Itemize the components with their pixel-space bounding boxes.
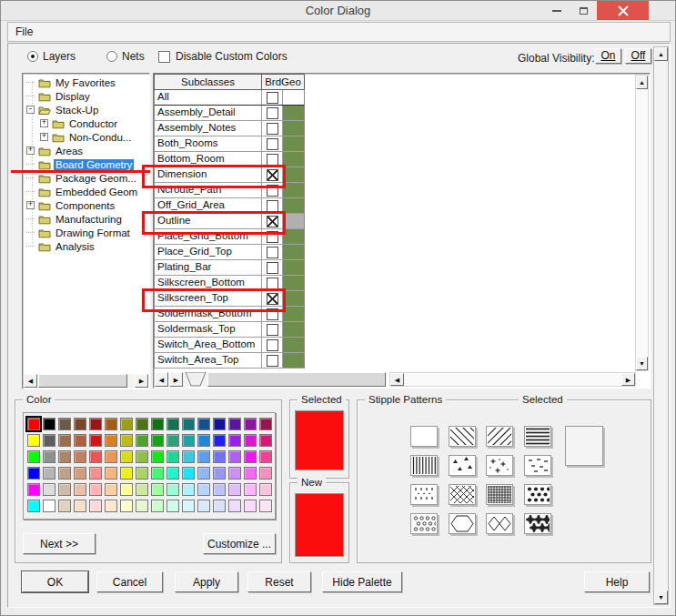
palette-swatch[interactable] [166, 418, 179, 430]
scroll-right-icon[interactable]: ▶ [621, 373, 635, 386]
palette-swatch[interactable] [182, 500, 195, 512]
color-chip[interactable] [283, 338, 304, 352]
palette-swatch[interactable] [89, 450, 102, 463]
color-chip[interactable] [283, 245, 304, 259]
palette-swatch[interactable] [120, 450, 133, 463]
color-chip[interactable] [283, 229, 304, 244]
palette-swatch[interactable] [105, 450, 117, 463]
palette-swatch[interactable] [166, 500, 179, 512]
plus-expander-icon[interactable]: + [25, 201, 36, 209]
minus-expander-icon[interactable]: - [25, 106, 36, 114]
palette-swatch[interactable] [43, 483, 55, 496]
scroll-left-icon[interactable]: ◀ [390, 373, 404, 386]
checkbox-unchecked-icon[interactable] [267, 107, 278, 119]
stipple-pattern-scattered-dashes[interactable] [524, 455, 551, 476]
palette-swatch[interactable] [259, 483, 272, 496]
palette-swatch[interactable] [58, 483, 71, 496]
scroll-left-icon[interactable]: ◀ [24, 374, 37, 388]
tree-item-drawing-format[interactable]: Drawing Format [25, 226, 147, 239]
stipple-pattern-dotted-columns[interactable] [410, 484, 438, 505]
checkbox-checked-icon[interactable] [267, 169, 278, 181]
stipple-pattern-diagonal-lines-up[interactable] [486, 426, 513, 447]
tree-item-manufacturing[interactable]: Manufacturing [25, 212, 147, 226]
palette-swatch[interactable] [27, 483, 40, 496]
color-chip[interactable] [283, 106, 304, 120]
palette-swatch[interactable] [259, 467, 272, 480]
layers-radio[interactable]: Layers [27, 50, 76, 63]
subclass-visibility-cell[interactable] [262, 198, 283, 213]
scroll-down-icon[interactable]: ▼ [654, 591, 668, 604]
plus-box-icon[interactable]: + [26, 201, 35, 209]
palette-swatch[interactable] [89, 500, 102, 512]
tree-item-display[interactable]: Display [25, 89, 147, 103]
palette-swatch[interactable] [58, 450, 71, 463]
palette-swatch[interactable] [228, 418, 241, 430]
checkbox-unchecked-icon[interactable] [267, 308, 278, 320]
tree-scrollbar-thumb[interactable] [38, 374, 127, 388]
subclass-visibility-cell[interactable] [262, 167, 283, 182]
color-chip[interactable] [283, 152, 304, 167]
stipple-pattern-scattered-plus[interactable] [486, 455, 513, 476]
subclass-visibility-cell[interactable] [262, 322, 283, 337]
subclass-visibility-cell[interactable] [262, 353, 283, 368]
tree-horizontal-scrollbar[interactable]: ◀ ▶ [24, 374, 148, 388]
palette-swatch[interactable] [244, 450, 257, 463]
palette-swatch[interactable] [151, 418, 164, 430]
stipple-pattern-solid[interactable] [410, 426, 438, 447]
palette-swatch[interactable] [213, 450, 226, 463]
palette-swatch[interactable] [259, 500, 272, 512]
palette-swatch[interactable] [89, 467, 102, 480]
palette-swatch[interactable] [58, 500, 71, 512]
palette-swatch[interactable] [213, 483, 226, 496]
stipple-pattern-diagonal-lines-down[interactable] [449, 426, 476, 447]
palette-swatch[interactable] [166, 467, 179, 480]
plus-expander-icon[interactable]: + [25, 146, 36, 155]
maximize-button[interactable] [570, 1, 597, 20]
tree-item-embedded-geom[interactable]: Embedded Geom [25, 185, 147, 198]
help-button[interactable]: Help [584, 571, 650, 592]
color-chip[interactable] [283, 260, 304, 275]
hide-palette-button[interactable]: Hide Palette [322, 571, 402, 592]
palette-swatch[interactable] [182, 434, 195, 447]
next-button[interactable]: Next >> [23, 533, 96, 554]
palette-swatch[interactable] [74, 450, 86, 463]
customize-button[interactable]: Customize ... [203, 533, 276, 554]
subclass-visibility-cell[interactable] [262, 307, 283, 321]
palette-swatch[interactable] [151, 500, 164, 512]
subclass-visibility-cell[interactable] [262, 90, 283, 105]
reset-button[interactable]: Reset [247, 571, 311, 592]
checkbox-unchecked-icon[interactable] [267, 339, 278, 351]
palette-swatch[interactable] [27, 418, 40, 430]
subclass-visibility-cell[interactable] [262, 229, 283, 244]
color-chip[interactable] [283, 322, 304, 337]
palette-swatch[interactable] [74, 434, 86, 447]
palette-swatch[interactable] [228, 450, 241, 463]
color-chip[interactable] [283, 276, 304, 290]
subclass-vertical-scrollbar[interactable]: ▲ ▼ [635, 75, 649, 371]
checkbox-unchecked-icon[interactable] [267, 278, 278, 289]
stipple-pattern-horizontal-lines[interactable] [524, 426, 551, 447]
palette-swatch[interactable] [244, 467, 257, 480]
palette-swatch[interactable] [259, 450, 272, 463]
plus-expander-icon[interactable]: + [38, 133, 50, 141]
minimize-button[interactable] [543, 1, 570, 20]
palette-swatch[interactable] [182, 483, 195, 496]
palette-swatch[interactable] [151, 483, 164, 496]
checkbox-unchecked-icon[interactable] [267, 138, 278, 150]
scroll-up-icon[interactable]: ▲ [654, 47, 668, 61]
apply-button[interactable]: Apply [175, 571, 238, 592]
plus-box-icon[interactable]: + [40, 133, 48, 141]
palette-swatch[interactable] [74, 467, 86, 480]
subclass-visibility-cell[interactable] [262, 338, 283, 352]
table-horizontal-scrollbar[interactable]: ◀ ▶ [155, 372, 387, 387]
palette-swatch[interactable] [27, 500, 40, 512]
close-button[interactable] [597, 1, 649, 20]
palette-swatch[interactable] [244, 418, 257, 430]
palette-swatch[interactable] [27, 434, 40, 447]
stipple-pattern-heavy-clusters[interactable] [524, 513, 551, 534]
dialog-vertical-scrollbar[interactable]: ▲ ▼ [653, 46, 669, 605]
palette-swatch[interactable] [151, 467, 164, 480]
disable-custom-colors-checkbox[interactable]: Disable Custom Colors [158, 50, 288, 63]
scroll-down-icon[interactable]: ▼ [636, 357, 648, 370]
checkbox-unchecked-icon[interactable] [267, 185, 278, 197]
